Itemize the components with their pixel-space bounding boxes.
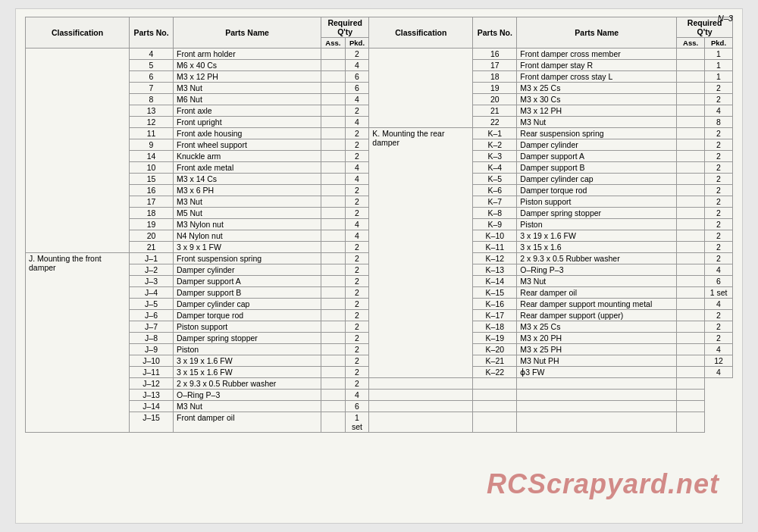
left-pkd: 2 [345, 105, 369, 117]
left-ass [321, 401, 346, 412]
left-parts-no: 16 [130, 185, 174, 196]
left-ass [321, 412, 346, 433]
right-pkd: 2 [705, 333, 733, 344]
left-ass [321, 253, 346, 264]
right-parts-no: K–8 [473, 208, 517, 219]
right-pkd: 2 [705, 310, 733, 321]
left-ass [321, 185, 346, 196]
right-ass [677, 60, 705, 71]
left-ass [321, 83, 346, 94]
left-parts-no: 20 [130, 230, 174, 242]
page-number: N–3 [718, 14, 733, 23]
header-classification2: Classification [369, 17, 473, 49]
watermark: RCScrapyard.net [487, 468, 719, 500]
right-parts-name: 3 x 15 x 1.6 [517, 242, 677, 253]
right-parts-no: 20 [473, 94, 517, 105]
right-parts-name: Damper support A [517, 151, 677, 162]
left-parts-no: J–7 [130, 321, 174, 333]
left-parts-name: M3 Nut [174, 196, 321, 208]
left-classification-j: J. Mounting the front damper [26, 253, 130, 433]
left-ass [321, 174, 346, 185]
right-parts-name: Damper support B [517, 162, 677, 174]
right-ass [677, 117, 705, 128]
right-ass [677, 321, 705, 333]
left-pkd: 2 [345, 378, 369, 390]
empty-right [677, 390, 705, 401]
left-parts-no: J–11 [130, 367, 174, 378]
right-parts-no: K–2 [473, 139, 517, 151]
right-parts-no: 18 [473, 71, 517, 83]
header-ass2: Ass. [677, 38, 705, 49]
left-parts-name: 3 x 15 x 1.6 FW [174, 367, 321, 378]
right-pkd: 2 [705, 196, 733, 208]
right-parts-no: 16 [473, 49, 517, 60]
right-ass [677, 299, 705, 310]
empty-right [473, 378, 517, 390]
right-ass [677, 230, 705, 242]
empty-right [517, 390, 677, 401]
right-pkd: 4 [705, 367, 733, 378]
left-pkd: 2 [345, 185, 369, 196]
empty-right [473, 412, 517, 433]
left-ass [321, 333, 346, 344]
right-parts-name: Front damper cross stay L [517, 71, 677, 83]
left-ass [321, 299, 346, 310]
left-ass [321, 378, 346, 390]
left-pkd: 2 [345, 344, 369, 355]
right-parts-no: K–17 [473, 310, 517, 321]
right-parts-no: K–15 [473, 287, 517, 299]
left-ass [321, 287, 346, 299]
right-parts-no: K–18 [473, 321, 517, 333]
right-parts-no: 21 [473, 105, 517, 117]
left-parts-no: 7 [130, 83, 174, 94]
left-ass [321, 208, 346, 219]
left-pkd: 2 [345, 333, 369, 344]
right-pkd: 4 [705, 299, 733, 310]
right-parts-no: K–4 [473, 162, 517, 174]
left-parts-name: Front axle [174, 105, 321, 117]
left-parts-name: Front axle metal [174, 162, 321, 174]
left-pkd: 2 [345, 287, 369, 299]
left-classification-top [26, 49, 130, 253]
left-ass [321, 128, 346, 139]
right-pkd: 8 [705, 117, 733, 128]
right-pkd: 4 [705, 344, 733, 355]
left-pkd: 2 [345, 276, 369, 287]
left-parts-name: Damper support B [174, 287, 321, 299]
right-ass [677, 208, 705, 219]
right-ass [677, 242, 705, 253]
parts-table: Classification Parts No. Parts Name Requ… [25, 17, 733, 433]
right-ass [677, 151, 705, 162]
right-ass [677, 128, 705, 139]
right-pkd: 2 [705, 162, 733, 174]
left-parts-no: J–3 [130, 276, 174, 287]
right-parts-name: Front damper stay R [517, 60, 677, 71]
table-row: J–122 x 9.3 x 0.5 Rubber washer2 [26, 378, 733, 390]
left-parts-name: Piston support [174, 321, 321, 333]
left-ass [321, 196, 346, 208]
right-pkd: 2 [705, 208, 733, 219]
left-parts-no: 12 [130, 117, 174, 128]
right-parts-name: Rear suspension spring [517, 128, 677, 139]
left-ass [321, 310, 346, 321]
right-ass [677, 276, 705, 287]
left-pkd: 4 [345, 162, 369, 174]
right-pkd: 4 [705, 264, 733, 276]
empty-right [369, 412, 473, 433]
left-pkd: 4 [345, 174, 369, 185]
right-parts-no: K–10 [473, 230, 517, 242]
left-pkd: 2 [345, 253, 369, 264]
right-parts-no: 17 [473, 60, 517, 71]
right-pkd: 2 [705, 174, 733, 185]
left-parts-name: 2 x 9.3 x 0.5 Rubber washer [174, 378, 321, 390]
left-pkd: 2 [345, 128, 369, 139]
right-parts-no: K–19 [473, 333, 517, 344]
left-ass [321, 230, 346, 242]
right-classification-top [369, 49, 473, 128]
left-parts-name: O–Ring P–3 [174, 390, 321, 401]
right-parts-no: K–11 [473, 242, 517, 253]
right-parts-no: K–5 [473, 174, 517, 185]
right-parts-name: M3 x 20 PH [517, 333, 677, 344]
right-parts-no: K–22 [473, 367, 517, 378]
table-row: J–15Front damper oil1 set [26, 412, 733, 433]
